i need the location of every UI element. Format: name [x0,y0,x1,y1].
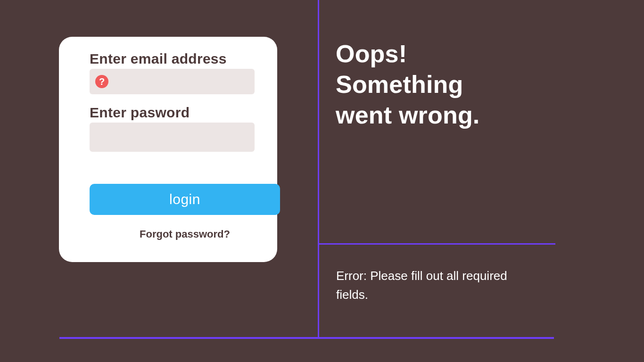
login-button[interactable]: login [90,184,280,215]
help-icon[interactable]: ? [95,75,108,88]
error-heading-line3: went wrong. [336,100,480,131]
horizontal-divider-mid [319,243,555,245]
login-card: Enter email address ? Enter pasword logi… [59,37,277,262]
password-input-wrap [90,123,249,152]
email-input[interactable] [90,69,255,94]
email-label: Enter email address [90,51,249,67]
error-heading: Oops! Something went wrong. [336,39,480,131]
error-heading-line2: Something [336,69,480,100]
vertical-divider [318,0,319,338]
password-input[interactable] [90,123,255,152]
horizontal-divider-bottom [59,337,554,339]
password-label: Enter pasword [90,105,249,121]
forgot-password-link[interactable]: Forgot password? [90,228,280,240]
error-message: Error: Please fill out all required fiel… [336,266,534,304]
error-heading-line1: Oops! [336,39,480,69]
email-input-wrap: ? [90,69,249,94]
